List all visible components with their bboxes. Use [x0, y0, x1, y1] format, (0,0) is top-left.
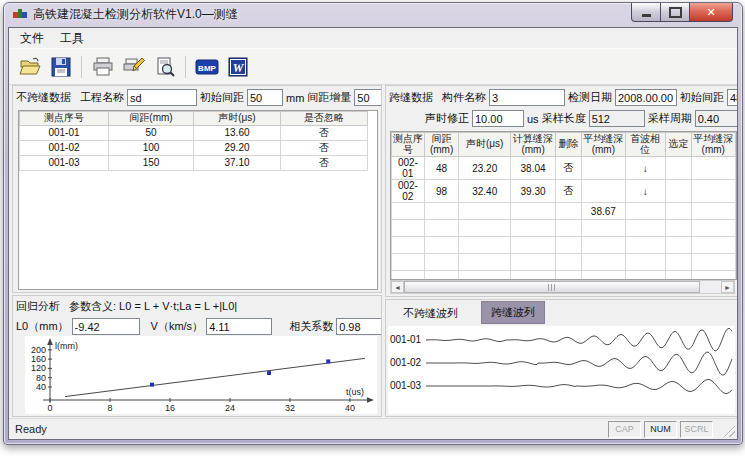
table-cell[interactable]	[582, 157, 625, 180]
init-spacing-input[interactable]	[727, 89, 737, 106]
save-button[interactable]	[45, 53, 76, 81]
component-name-input[interactable]	[489, 89, 565, 106]
project-name-input[interactable]	[127, 89, 197, 106]
test-date-input[interactable]	[615, 89, 677, 106]
table-cell[interactable]	[582, 237, 625, 254]
menu-tools[interactable]: 工具	[52, 28, 92, 49]
l0-input[interactable]	[72, 318, 140, 335]
table-cell[interactable]	[424, 203, 459, 220]
table-cell[interactable]	[392, 237, 425, 254]
table-cell[interactable]: 38.67	[582, 203, 625, 220]
table-cell[interactable]	[665, 157, 691, 180]
table-cell[interactable]: 23.20	[459, 157, 511, 180]
table-cell[interactable]	[556, 203, 582, 220]
correlation-input[interactable]	[336, 318, 381, 335]
table-cell[interactable]: 001-03	[20, 155, 109, 170]
table-cell[interactable]	[665, 254, 691, 271]
table-cell[interactable]	[556, 220, 582, 237]
table-cell[interactable]	[424, 237, 459, 254]
velocity-input[interactable]	[206, 318, 272, 335]
table-cell[interactable]	[392, 220, 425, 237]
table-cell[interactable]	[665, 271, 691, 281]
table-cell[interactable]	[665, 203, 691, 220]
table-cell[interactable]	[459, 220, 511, 237]
table-cell[interactable]: 否	[556, 157, 582, 180]
table-cell[interactable]	[691, 203, 735, 220]
table-cell[interactable]	[625, 271, 665, 281]
print-button[interactable]	[87, 53, 118, 81]
resize-grip[interactable]	[722, 424, 735, 437]
table-cell[interactable]	[511, 220, 556, 237]
table-cell[interactable]	[511, 237, 556, 254]
tab-no-crack-waves[interactable]: 不跨缝波列	[394, 303, 467, 324]
column-header[interactable]: 间距(mm)	[109, 112, 194, 126]
table-cell[interactable]: 001-02	[20, 140, 109, 155]
table-cell[interactable]: 13.60	[194, 125, 281, 140]
column-header[interactable]: 删除	[556, 133, 582, 157]
table-cell[interactable]: 50	[109, 125, 194, 140]
table-cell[interactable]	[459, 254, 511, 271]
column-header[interactable]: 声时(μs)	[459, 133, 511, 157]
column-header[interactable]: 测点序号	[20, 112, 109, 126]
column-header[interactable]: 平均缝深 (mm)	[691, 133, 735, 157]
table-cell[interactable]	[691, 220, 735, 237]
table-cell[interactable]: 39.30	[511, 180, 556, 203]
table-cell[interactable]: 150	[109, 155, 194, 170]
table-cell[interactable]	[511, 254, 556, 271]
table-cell[interactable]	[582, 254, 625, 271]
column-header[interactable]: 选定	[665, 133, 691, 157]
maximize-button[interactable]	[660, 3, 690, 22]
titlebar[interactable]: 高铁建混凝土检测分析软件V1.0—测缝 ✕	[4, 3, 742, 26]
column-header[interactable]: 间距 (mm)	[424, 133, 459, 157]
table-cell[interactable]	[392, 271, 425, 281]
table-cell[interactable]	[665, 220, 691, 237]
table-cell[interactable]	[556, 237, 582, 254]
table-cell[interactable]	[691, 157, 735, 180]
table-cell[interactable]: 29.20	[194, 140, 281, 155]
init-spacing-input[interactable]	[247, 89, 283, 106]
table-cell[interactable]: 002-01	[392, 157, 425, 180]
tab-crack-waves[interactable]: 跨缝波列	[481, 301, 545, 324]
table-cell[interactable]: 38.04	[511, 157, 556, 180]
table-cell[interactable]: 否	[281, 140, 368, 155]
table-cell[interactable]	[459, 271, 511, 281]
column-header[interactable]: 首波相位	[625, 133, 665, 157]
table-cell[interactable]: 48	[424, 157, 459, 180]
table-cell[interactable]	[582, 180, 625, 203]
menu-file[interactable]: 文件	[12, 28, 52, 49]
table-cell[interactable]	[625, 254, 665, 271]
print-setup-button[interactable]	[118, 53, 149, 81]
table-cell[interactable]	[459, 237, 511, 254]
table-cell[interactable]	[625, 220, 665, 237]
column-header[interactable]: 声时(μs)	[194, 112, 281, 126]
table-cell[interactable]: ↓	[625, 180, 665, 203]
table-cell[interactable]	[556, 271, 582, 281]
scrollbar-track[interactable]	[700, 281, 721, 293]
table-cell[interactable]	[424, 271, 459, 281]
table-cell[interactable]: 002-02	[392, 180, 425, 203]
scroll-left-icon[interactable]: ◄	[391, 281, 404, 293]
close-button[interactable]: ✕	[689, 3, 733, 22]
column-header[interactable]: 计算缝深 (mm)	[511, 133, 556, 157]
table-cell[interactable]	[582, 220, 625, 237]
table-cell[interactable]	[556, 254, 582, 271]
table-cell[interactable]	[691, 254, 735, 271]
print-preview-button[interactable]	[149, 53, 180, 81]
column-header[interactable]: 测点序号	[392, 133, 425, 157]
table-cell[interactable]: 001-01	[20, 125, 109, 140]
table-cell[interactable]	[582, 271, 625, 281]
scroll-right-icon[interactable]: ►	[721, 281, 734, 293]
horizontal-scrollbar[interactable]: ◄ ►	[390, 280, 735, 294]
table-cell[interactable]	[625, 237, 665, 254]
table-cell[interactable]	[665, 180, 691, 203]
table-cell[interactable]: 否	[281, 155, 368, 170]
export-bmp-button[interactable]: BMP	[191, 53, 222, 81]
table-cell[interactable]	[392, 254, 425, 271]
table-cell[interactable]	[665, 237, 691, 254]
table-cell[interactable]	[424, 220, 459, 237]
table-cell[interactable]: ↓	[625, 157, 665, 180]
table-cell[interactable]: 否	[281, 125, 368, 140]
table-cell[interactable]	[691, 271, 735, 281]
table-cell[interactable]: 否	[556, 180, 582, 203]
table-cell[interactable]	[424, 254, 459, 271]
